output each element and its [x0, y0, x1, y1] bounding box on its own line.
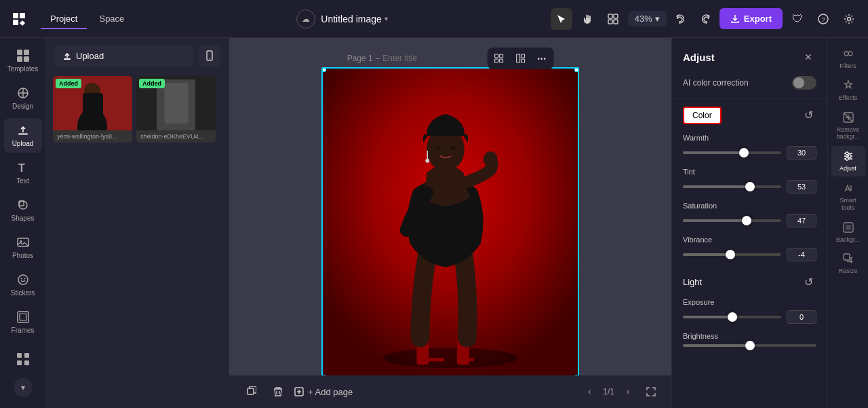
help-btn[interactable]: ?	[812, 8, 834, 30]
saturation-track[interactable]	[683, 219, 781, 222]
canvas-image[interactable]	[321, 67, 579, 379]
handle-tr[interactable]	[574, 67, 579, 72]
undo-btn[interactable]	[671, 8, 692, 30]
thumbnail-1[interactable]: Added yemi-wallington-lys8...	[53, 76, 132, 143]
sidebar-item-templates[interactable]: Templates	[4, 43, 42, 78]
pointer-tool-btn[interactable]	[551, 8, 572, 30]
svg-point-54	[450, 146, 456, 150]
prev-page-btn[interactable]: ‹	[581, 384, 597, 400]
svg-rect-0	[608, 14, 612, 18]
export-btn[interactable]: Export	[719, 8, 783, 29]
adjust-title: Adjust	[683, 52, 715, 63]
right-icon-resize[interactable]: Resize	[831, 248, 865, 279]
brightness-group: Brightness	[672, 328, 827, 351]
right-icon-effects[interactable]: Effects	[831, 75, 865, 106]
thumbnail-2[interactable]: Added sheldon-eDKheEVU4...	[136, 76, 216, 143]
brightness-track[interactable]	[683, 344, 816, 347]
sidebar-item-upload[interactable]: Upload	[4, 118, 42, 153]
tint-track[interactable]	[683, 185, 781, 188]
svg-rect-42	[521, 54, 524, 58]
canvas-grid-btn[interactable]	[488, 49, 509, 68]
sidebar-item-shapes[interactable]: Shapes	[4, 193, 42, 227]
adjust-label: Adjust	[840, 165, 856, 172]
sidebar-item-photos[interactable]: Photos	[4, 230, 42, 265]
saturation-thumb[interactable]	[742, 216, 751, 225]
sidebar-item-design[interactable]: Design	[4, 81, 42, 115]
sidebar-collapse-btn[interactable]: ▾	[14, 378, 33, 397]
frame-tool-btn[interactable]	[602, 8, 624, 30]
svg-point-31	[77, 108, 107, 130]
tint-thumb[interactable]	[745, 182, 755, 191]
svg-point-14	[19, 201, 27, 209]
svg-rect-43	[521, 59, 524, 62]
mobile-icon	[204, 50, 215, 61]
svg-point-50	[484, 151, 498, 164]
topbar-tools: 43% ▾ Export 🛡 ?	[551, 8, 860, 30]
sidebar-item-stickers[interactable]: Stickers	[4, 267, 42, 302]
canvas-more-btn[interactable]: •••	[532, 49, 552, 68]
redo-btn[interactable]	[694, 8, 715, 30]
settings-btn[interactable]	[838, 8, 860, 30]
canvas-bottom-bar: + Add page ‹ 1/1 ›	[229, 375, 671, 408]
svg-rect-47	[427, 358, 444, 361]
background-label: Backgr...	[836, 236, 860, 244]
right-icon-bar: Filters Effects Remove backgr...	[827, 38, 868, 408]
warmth-track[interactable]	[683, 151, 781, 154]
page-title-input[interactable]	[382, 54, 484, 63]
next-page-btn[interactable]: ›	[620, 384, 636, 400]
warmth-thumb[interactable]	[739, 148, 749, 157]
exposure-label: Exposure	[683, 298, 816, 306]
sidebar-item-more[interactable]	[4, 347, 42, 371]
remove-bg-label: Remove backgr...	[834, 126, 863, 141]
right-icon-background[interactable]: Backgr...	[831, 217, 865, 248]
svg-rect-49	[457, 358, 474, 361]
app-logo[interactable]	[8, 8, 30, 30]
shield-btn[interactable]: 🛡	[787, 8, 808, 30]
right-icon-adjust[interactable]: Adjust	[831, 146, 865, 177]
svg-rect-10	[24, 56, 29, 62]
sidebar-item-frames[interactable]: Frames	[4, 305, 42, 339]
hand-tool-btn[interactable]	[576, 8, 598, 30]
vibrance-track[interactable]	[683, 253, 781, 256]
fullscreen-btn[interactable]	[642, 382, 660, 401]
warmth-fill	[683, 151, 744, 154]
right-icon-filters[interactable]: Filters	[831, 43, 865, 74]
filters-icon	[842, 48, 854, 60]
exposure-row: 0	[683, 310, 816, 324]
vibrance-thumb[interactable]	[726, 250, 735, 259]
delete-btn[interactable]	[267, 381, 289, 403]
tab-color[interactable]: Color	[683, 107, 722, 124]
doc-title[interactable]: Untitled image ▾	[321, 14, 388, 24]
filters-label: Filters	[840, 62, 856, 70]
upload-btn-icon	[62, 51, 72, 60]
thumb-1-badge: Added	[56, 79, 81, 88]
right-icon-smart-tools[interactable]: Smart tools	[831, 178, 865, 216]
handle-tl[interactable]	[321, 67, 326, 72]
ai-correction-toggle[interactable]	[792, 76, 816, 90]
panel-thumbnails: Added yemi-wallington-lys8... Added shel…	[46, 73, 229, 149]
design-icon	[16, 86, 30, 100]
upload-button[interactable]: Upload	[54, 45, 193, 67]
trash-icon	[273, 386, 283, 397]
svg-point-19	[20, 278, 22, 280]
photos-label: Photos	[12, 252, 33, 259]
exposure-thumb[interactable]	[728, 312, 737, 322]
light-reset-btn[interactable]: ↺	[800, 274, 816, 290]
canvas-toolbar: Page 1 –	[347, 48, 554, 69]
stickers-label: Stickers	[11, 289, 35, 297]
nav-item-project[interactable]: Project	[41, 10, 87, 28]
svg-point-68	[846, 157, 848, 160]
adjust-close-btn[interactable]: ✕	[800, 49, 816, 65]
duplicate-btn[interactable]	[240, 381, 262, 403]
mobile-device-btn[interactable]	[199, 45, 220, 67]
zoom-control[interactable]: 43% ▾	[628, 11, 667, 26]
brightness-thumb[interactable]	[745, 341, 755, 350]
canvas-apps-btn[interactable]	[510, 49, 530, 68]
color-reset-btn[interactable]: ↺	[800, 107, 816, 123]
add-page-btn[interactable]: + Add page	[294, 381, 353, 403]
exposure-track[interactable]	[683, 316, 781, 318]
right-icon-remove-bg[interactable]: Remove backgr...	[831, 107, 865, 145]
sidebar-item-text[interactable]: T Text	[4, 155, 42, 190]
nav-item-space[interactable]: Space	[90, 10, 134, 28]
ai-correction-row: AI color correction	[672, 73, 827, 98]
